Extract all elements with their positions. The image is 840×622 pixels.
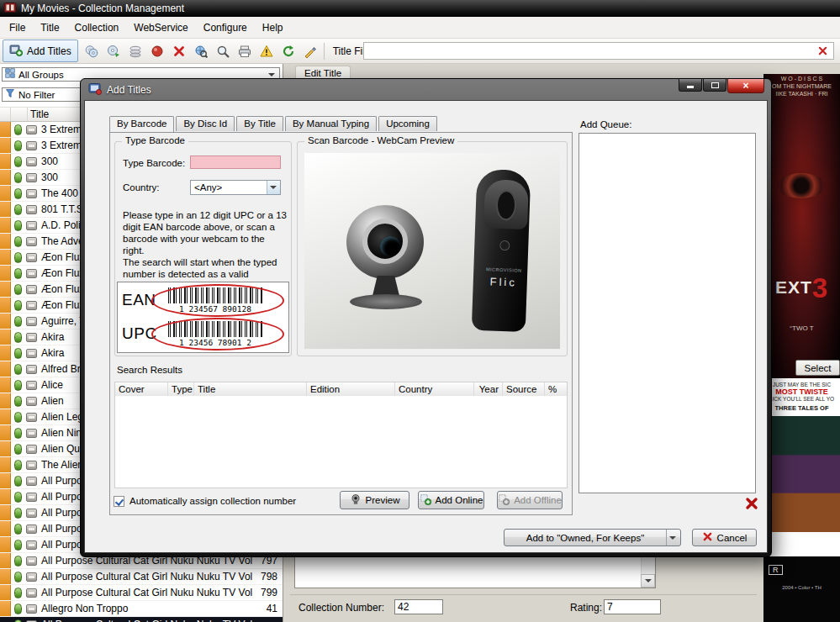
- status-icon: [11, 508, 24, 519]
- save-disc-icon[interactable]: [103, 41, 124, 61]
- rating-field[interactable]: [604, 599, 661, 614]
- green-pill-icon: [14, 300, 22, 311]
- select-cover-button[interactable]: Select: [795, 360, 840, 376]
- barcode-field-label: Type Barcode:: [123, 158, 185, 168]
- tab-by-manual-typing[interactable]: By Manual Typing: [285, 116, 377, 131]
- media-type-icon: [24, 493, 39, 502]
- green-pill-icon: [14, 524, 22, 535]
- group-color-bar: [0, 505, 11, 520]
- add-titles-dialog: Add Titles × By BarcodeBy Disc IdBy Titl…: [80, 78, 772, 557]
- poster-collage-art: [763, 416, 840, 532]
- preview-button[interactable]: Preview: [340, 491, 409, 509]
- tab-by-title[interactable]: By Title: [236, 116, 283, 131]
- media-type-icon: [24, 572, 39, 582]
- column-header-cover[interactable]: Cover: [115, 382, 168, 396]
- groups-icon: [5, 68, 15, 81]
- search-icon[interactable]: [213, 41, 233, 61]
- web-search-icon[interactable]: [191, 41, 211, 61]
- column-header-type[interactable]: Type: [168, 382, 194, 396]
- menu-collection[interactable]: Collection: [67, 18, 127, 38]
- group-color-bar: [0, 537, 11, 552]
- dialog-client-area: By BarcodeBy Disc IdBy TitleBy Manual Ty…: [84, 100, 768, 553]
- tab-by-barcode[interactable]: By Barcode: [109, 116, 174, 132]
- clear-filter-icon[interactable]: [817, 45, 829, 57]
- maximize-button[interactable]: [703, 79, 726, 92]
- green-pill-icon: [14, 172, 22, 183]
- menu-help[interactable]: Help: [255, 18, 291, 38]
- media-type-icon: [24, 381, 39, 390]
- list-item-number: 798: [252, 571, 283, 582]
- column-header-title[interactable]: Title: [194, 382, 307, 396]
- chevron-down-icon[interactable]: [666, 530, 680, 546]
- add-offline-button[interactable]: Add Offline: [497, 491, 563, 509]
- status-icon: [11, 604, 24, 614]
- list-item[interactable]: All Purpose Cultural Cat Girl Nuku Nuku …: [0, 617, 283, 622]
- print-icon[interactable]: [235, 41, 255, 61]
- list-item[interactable]: All Purpose Cultural Cat Girl Nuku Nuku …: [0, 569, 283, 585]
- add-online-button[interactable]: Add Online: [418, 491, 484, 509]
- column-header-edition[interactable]: Edition: [307, 382, 395, 396]
- title-filter-input[interactable]: [363, 42, 834, 60]
- remove-from-queue-icon[interactable]: [744, 496, 759, 511]
- column-header-source[interactable]: Source: [503, 382, 545, 396]
- disc-icon: [26, 189, 37, 198]
- menu-file[interactable]: File: [2, 18, 33, 38]
- tab-upcoming[interactable]: Upcoming: [378, 116, 437, 131]
- results-list[interactable]: [114, 396, 568, 488]
- add-to-collection-button[interactable]: Add to "Owned, For Keeps": [504, 529, 681, 546]
- list-item[interactable]: Allegro Non Troppo41: [0, 601, 283, 617]
- poster-quote: “TWO T: [763, 324, 840, 332]
- disc-icon: [26, 221, 37, 230]
- add-titles-button[interactable]: Add Titles: [3, 40, 78, 62]
- group-color-bar: [0, 282, 11, 297]
- disc-stack-icon[interactable]: [125, 41, 145, 61]
- group-color-bar: [0, 409, 11, 424]
- add-online-icon: [420, 493, 431, 507]
- cancel-button[interactable]: Cancel: [692, 529, 757, 546]
- rating-badge: R: [769, 565, 783, 575]
- remove-disc-icon[interactable]: [147, 41, 167, 61]
- auto-assign-checkbox[interactable]: [114, 496, 124, 507]
- minimize-button[interactable]: [679, 79, 702, 92]
- add-offline-icon: [498, 493, 510, 507]
- media-type-icon: [24, 237, 39, 246]
- status-icon: [11, 396, 24, 407]
- copy-disc-icon[interactable]: [82, 41, 102, 61]
- delete-icon[interactable]: [169, 41, 189, 61]
- tab-by-disc-id[interactable]: By Disc Id: [176, 116, 235, 131]
- status-icon: [11, 252, 24, 263]
- dialog-window-buttons: ×: [679, 79, 764, 93]
- status-icon: [11, 524, 24, 535]
- refresh-icon[interactable]: [278, 41, 298, 61]
- media-type-icon: [24, 285, 39, 294]
- column-header-country[interactable]: Country: [395, 382, 474, 396]
- column-header-color[interactable]: [0, 108, 11, 121]
- green-pill-icon: [14, 380, 22, 391]
- scroll-down-button[interactable]: [641, 574, 655, 588]
- green-pill-icon: [14, 460, 22, 471]
- media-type-icon: [24, 429, 39, 438]
- menu-configure[interactable]: Configure: [196, 18, 255, 38]
- filter-edit-icon[interactable]: [300, 41, 320, 61]
- status-icon: [11, 332, 24, 343]
- country-dropdown[interactable]: <Any>: [190, 180, 281, 195]
- column-header-icons[interactable]: [11, 108, 28, 121]
- menu-webservice[interactable]: WebService: [126, 18, 195, 38]
- media-type-icon: [24, 301, 39, 310]
- warning-icon[interactable]: [256, 41, 277, 61]
- collection-number-field[interactable]: [394, 599, 443, 614]
- close-button[interactable]: ×: [727, 79, 764, 93]
- list-item[interactable]: All Purpose Cultural Cat Girl Nuku Nuku …: [0, 585, 283, 601]
- column-header-percent[interactable]: %: [545, 382, 567, 396]
- media-type-icon: [24, 269, 39, 278]
- group-color-bar: [0, 361, 11, 377]
- barcode-input[interactable]: [190, 156, 281, 169]
- status-icon: [11, 380, 24, 391]
- column-header-year[interactable]: Year: [474, 382, 503, 396]
- red-ellipse: [151, 284, 284, 317]
- disc-icon: [26, 125, 37, 134]
- add-queue-list[interactable]: [578, 133, 756, 493]
- poster-text: W O - D I S C SOM THE NIGHTMAREIIKE TAKA…: [763, 74, 840, 97]
- menu-title[interactable]: Title: [33, 18, 66, 38]
- group-color-bar: [0, 393, 11, 409]
